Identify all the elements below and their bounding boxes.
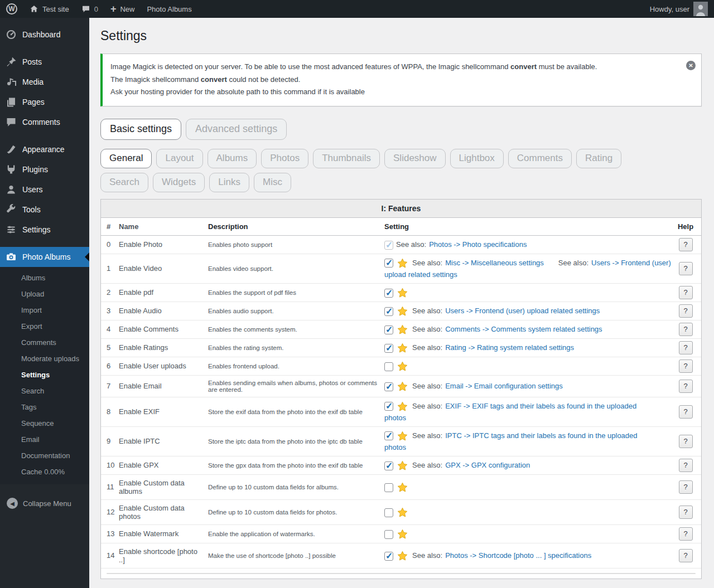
sidebar-item-users[interactable]: Users xyxy=(0,179,89,200)
submenu-item-cache-0-00[interactable]: Cache 0.00% xyxy=(0,464,89,480)
submenu-item-sequence[interactable]: Sequence xyxy=(0,415,89,431)
help-button[interactable]: ? xyxy=(679,549,693,562)
dismiss-notice-icon[interactable]: ✕ xyxy=(686,61,696,70)
collapse-menu-label: Collapse Menu xyxy=(23,499,71,508)
help-button[interactable]: ? xyxy=(679,480,693,494)
see-also-entry: See also:Photos -> Photo specifications xyxy=(396,240,527,249)
tab-widgets[interactable]: Widgets xyxy=(153,173,205,192)
tab-slideshow[interactable]: Slideshow xyxy=(384,149,446,168)
sidebar-item-appearance[interactable]: Appearance xyxy=(0,139,89,159)
sidebar-item-tools[interactable]: Tools xyxy=(0,200,89,220)
setting-checkbox[interactable] xyxy=(384,259,393,268)
help-button[interactable]: ? xyxy=(679,323,693,336)
comments-shortcut[interactable]: 0 xyxy=(75,0,104,18)
setting-description: Enables sending emails when albums, phot… xyxy=(206,376,382,397)
tab-basic-settings[interactable]: Basic settings xyxy=(100,119,181,140)
submenu-item-settings[interactable]: Settings xyxy=(0,367,89,383)
setting-checkbox[interactable] xyxy=(384,530,393,539)
submenu-item-documentation[interactable]: Documentation xyxy=(0,448,89,464)
sidebar-item-settings[interactable]: Settings xyxy=(0,220,89,240)
setting-checkbox[interactable] xyxy=(384,289,393,298)
sidebar-item-label: Plugins xyxy=(22,165,48,174)
see-also-entry: See also:Comments -> Comments system rel… xyxy=(412,325,602,333)
see-also-entry: See also:IPTC -> IPTC tags and their lab… xyxy=(384,431,638,451)
help-button[interactable]: ? xyxy=(679,304,693,318)
help-button[interactable]: ? xyxy=(679,262,693,275)
sidebar-item-pages[interactable]: Pages xyxy=(0,92,89,112)
setting-checkbox[interactable] xyxy=(384,431,393,440)
help-button[interactable]: ? xyxy=(679,506,693,519)
tab-albums[interactable]: Albums xyxy=(208,149,257,168)
see-also-link[interactable]: Misc -> Miscellaneous settings xyxy=(445,259,544,267)
sidebar-item-plugins[interactable]: Plugins xyxy=(0,159,89,179)
help-button[interactable]: ? xyxy=(679,238,693,251)
submenu-item-email[interactable]: Email xyxy=(0,431,89,448)
setting-checkbox[interactable] xyxy=(384,508,393,517)
see-also-link[interactable]: GPX -> GPX configuration xyxy=(445,461,530,469)
brush-icon xyxy=(6,144,17,155)
tab-advanced-settings[interactable]: Advanced settings xyxy=(186,119,287,140)
see-also-link[interactable]: Comments -> Comments system related sett… xyxy=(445,325,602,333)
table-row: 13Enable WatermarkEnable the application… xyxy=(101,525,701,543)
wordpress-menu[interactable]: W xyxy=(0,0,23,18)
account-menu[interactable]: Howdy, user xyxy=(644,0,714,18)
submenu-item-upload[interactable]: Upload xyxy=(0,286,89,302)
see-also-link[interactable]: Photos -> Photo specifications xyxy=(429,240,527,249)
submenu-item-comments[interactable]: Comments xyxy=(0,334,89,351)
help-button[interactable]: ? xyxy=(679,405,693,419)
help-button[interactable]: ? xyxy=(679,435,693,448)
tab-thumbnails[interactable]: Thumbnails xyxy=(313,149,380,168)
tab-general[interactable]: General xyxy=(100,149,152,168)
setting-cell xyxy=(382,284,676,301)
setting-checkbox[interactable] xyxy=(384,344,393,353)
submenu-item-import[interactable]: Import xyxy=(0,302,89,318)
submenu-item-export[interactable]: Export xyxy=(0,318,89,334)
row-number: 13 xyxy=(101,526,117,542)
tab-rating[interactable]: Rating xyxy=(576,149,621,168)
collapse-arrow-icon: ◀ xyxy=(7,498,18,509)
help-button[interactable]: ? xyxy=(679,359,693,373)
help-button[interactable]: ? xyxy=(679,380,693,393)
setting-name: Enable Email xyxy=(117,378,206,394)
setting-checkbox[interactable] xyxy=(384,362,393,371)
sidebar-item-photo-albums[interactable]: Photo Albums xyxy=(0,247,89,267)
setting-checkbox[interactable] xyxy=(384,382,393,391)
see-also-link[interactable]: Users -> Frontend (user) upload related … xyxy=(445,307,600,315)
adminbar-photo-albums[interactable]: Photo Albums xyxy=(141,0,197,18)
submenu-item-tags[interactable]: Tags xyxy=(0,399,89,415)
tab-layout[interactable]: Layout xyxy=(156,149,202,168)
submenu-item-moderate-uploads[interactable]: Moderate uploads xyxy=(0,351,89,367)
sidebar-item-comments[interactable]: Comments xyxy=(0,112,89,132)
tab-links[interactable]: Links xyxy=(209,173,249,192)
submenu-item-search[interactable]: Search xyxy=(0,383,89,399)
tab-search[interactable]: Search xyxy=(100,173,148,192)
help-button[interactable]: ? xyxy=(679,341,693,354)
visit-site-link[interactable]: Test site xyxy=(23,0,75,18)
help-button[interactable]: ? xyxy=(679,527,693,541)
see-also-link[interactable]: Email -> Email configuration settings xyxy=(445,382,563,390)
tab-lightbox[interactable]: Lightbox xyxy=(450,149,504,168)
sidebar-item-media[interactable]: Media xyxy=(0,72,89,92)
tab-comments[interactable]: Comments xyxy=(508,149,572,168)
see-also-link[interactable]: Rating -> Rating system related settings xyxy=(445,343,574,352)
tab-misc[interactable]: Misc xyxy=(254,173,291,192)
collapse-menu-button[interactable]: ◀ Collapse Menu xyxy=(0,492,89,514)
setting-checkbox[interactable] xyxy=(384,402,393,411)
setting-checkbox[interactable] xyxy=(384,483,393,492)
setting-checkbox[interactable] xyxy=(384,552,393,561)
submenu-item-albums[interactable]: Albums xyxy=(0,270,89,286)
help-button[interactable]: ? xyxy=(679,286,693,299)
column-header-description: Description xyxy=(206,218,382,235)
admin-bar: W Test site 0 + New Photo Albums Howdy, … xyxy=(0,0,714,18)
setting-checkbox[interactable] xyxy=(384,307,393,316)
help-button[interactable]: ? xyxy=(679,459,693,472)
star-icon xyxy=(397,460,408,471)
see-also-link[interactable]: Photos -> Shortcode [photo ... ] specifi… xyxy=(445,551,591,560)
setting-checkbox[interactable] xyxy=(384,325,393,334)
setting-cell xyxy=(382,357,676,375)
sidebar-item-posts[interactable]: Posts xyxy=(0,52,89,72)
tab-photos[interactable]: Photos xyxy=(261,149,308,168)
setting-checkbox[interactable] xyxy=(384,461,393,470)
new-content-menu[interactable]: + New xyxy=(104,0,141,18)
sidebar-item-dashboard[interactable]: Dashboard xyxy=(0,25,89,45)
